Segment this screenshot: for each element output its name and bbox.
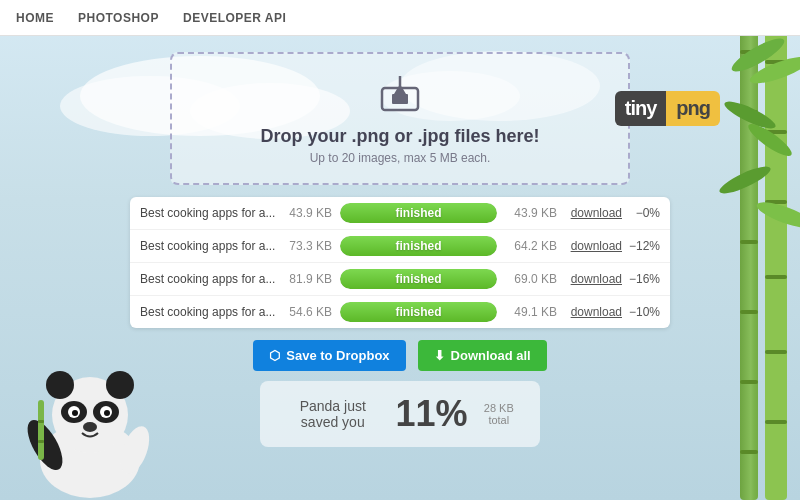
save-to-dropbox-label: Save to Dropbox [286,348,389,363]
logo-png-text: png [666,91,720,126]
file-name: Best cooking apps for a... [140,305,280,319]
dropbox-icon: ⬡ [269,348,280,363]
progress-bar: finished [340,236,497,256]
svg-rect-46 [38,440,44,443]
file-savings: −0% [622,206,660,220]
svg-rect-44 [38,400,44,460]
table-row: Best cooking apps for a... 43.9 KB finis… [130,197,670,230]
file-savings: −10% [622,305,660,319]
file-new-size: 64.2 KB [505,239,557,253]
panda-mascot [10,340,170,500]
dropzone[interactable]: Drop your .png or .jpg files here! Up to… [170,52,630,185]
progress-label: finished [340,269,497,289]
nav-home[interactable]: HOME [16,11,54,25]
navbar: HOME PHOTOSHOP DEVELOPER API [0,0,800,36]
progress-bar: finished [340,203,497,223]
progress-label: finished [340,236,497,256]
file-new-size: 49.1 KB [505,305,557,319]
file-new-size: 43.9 KB [505,206,557,220]
file-savings: −16% [622,272,660,286]
download-all-button[interactable]: ⬇ Download all [418,340,547,371]
progress-label: finished [340,203,497,223]
file-download-link[interactable]: download [557,239,622,253]
file-new-size: 69.0 KB [505,272,557,286]
dropzone-subtitle: Up to 20 images, max 5 MB each. [192,151,608,165]
file-original-size: 54.6 KB [280,305,332,319]
svg-rect-45 [38,420,44,423]
upload-icon [192,76,608,120]
file-name: Best cooking apps for a... [140,272,280,286]
table-row: Best cooking apps for a... 54.6 KB finis… [130,296,670,328]
file-original-size: 81.9 KB [280,272,332,286]
nav-photoshop[interactable]: PHOTOSHOP [78,11,159,25]
logo-tiny-text: tiny [615,91,667,126]
progress-bar: finished [340,302,497,322]
svg-point-33 [46,371,74,399]
tinypng-logo: tiny png [615,91,720,126]
file-download-link[interactable]: download [557,272,622,286]
svg-point-39 [72,410,78,416]
nav-developer-api[interactable]: DEVELOPER API [183,11,286,25]
svg-rect-28 [392,94,408,104]
file-original-size: 43.9 KB [280,206,332,220]
svg-point-40 [104,410,110,416]
file-download-link[interactable]: download [557,206,622,220]
file-download-link[interactable]: download [557,305,622,319]
progress-label: finished [340,302,497,322]
savings-text: Panda just saved you [280,398,386,430]
file-original-size: 73.3 KB [280,239,332,253]
progress-bar: finished [340,269,497,289]
file-savings: −12% [622,239,660,253]
file-name: Best cooking apps for a... [140,206,280,220]
file-list: Best cooking apps for a... 43.9 KB finis… [130,197,670,328]
download-icon: ⬇ [434,348,445,363]
table-row: Best cooking apps for a... 73.3 KB finis… [130,230,670,263]
savings-percent: 11% [396,393,468,435]
savings-detail: 28 KB total [478,402,520,426]
download-all-label: Download all [451,348,531,363]
save-to-dropbox-button[interactable]: ⬡ Save to Dropbox [253,340,405,371]
table-row: Best cooking apps for a... 81.9 KB finis… [130,263,670,296]
svg-point-41 [83,422,97,432]
file-name: Best cooking apps for a... [140,239,280,253]
svg-point-34 [106,371,134,399]
dropzone-title: Drop your .png or .jpg files here! [192,126,608,147]
savings-box: Panda just saved you 11% 28 KB total [260,381,540,447]
